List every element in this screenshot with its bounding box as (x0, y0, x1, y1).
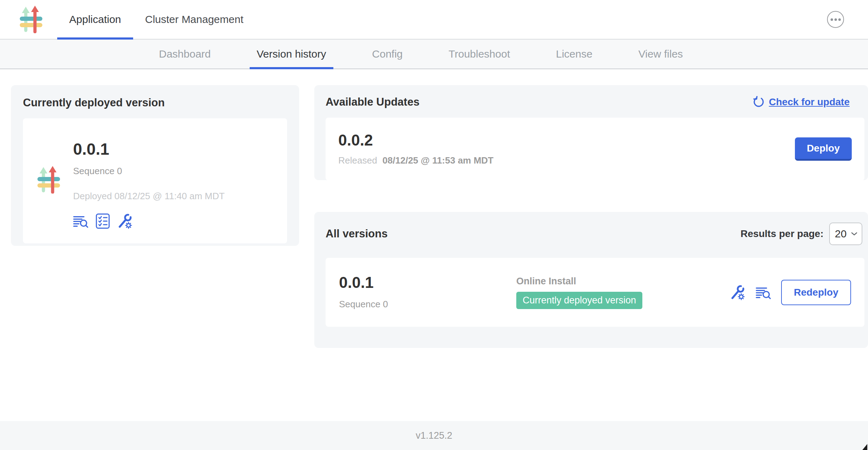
console-version: v1.125.2 (416, 430, 452, 441)
more-options-button[interactable] (827, 11, 844, 28)
tab-application-label: Application (69, 13, 121, 25)
app-logo-icon (37, 166, 60, 194)
tab-cluster-management-label: Cluster Management (145, 13, 243, 25)
update-info: 0.0.2 Released 08/12/25 @ 11:53 am MDT (338, 132, 494, 166)
all-versions-title: All versions (326, 227, 388, 240)
preflight-checks-icon[interactable] (96, 213, 110, 229)
update-released-line: Released 08/12/25 @ 11:53 am MDT (338, 155, 494, 166)
deployed-version-number: 0.0.1 (73, 141, 225, 157)
deployed-sequence: Sequence 0 (73, 166, 225, 177)
version-row: 0.0.1 Sequence 0 Online Install Currentl… (326, 258, 864, 327)
app-window: Application Cluster Management Dashboard… (0, 0, 868, 450)
available-updates-header: Available Updates Check for update (326, 96, 868, 108)
released-prefix: Released (338, 155, 377, 166)
deployed-version-info: 0.0.1 Sequence 0 Deployed 08/12/25 @ 11:… (73, 141, 225, 229)
version-row-status: Online Install Currently deployed versio… (516, 276, 642, 309)
deploy-button[interactable]: Deploy (795, 137, 852, 161)
check-for-update-label: Check for update (769, 96, 850, 108)
all-versions-panel: All versions Results per page: 20 0.0.1 … (314, 212, 868, 348)
app-logo-icon (19, 6, 43, 33)
currently-deployed-badge: Currently deployed version (516, 292, 642, 309)
available-updates-title: Available Updates (326, 96, 420, 108)
update-version-number: 0.0.2 (338, 132, 494, 148)
results-per-page-select[interactable]: 20 (829, 223, 862, 245)
chevron-down-icon (851, 232, 857, 236)
edit-config-icon[interactable] (117, 213, 133, 229)
results-per-page: Results per page: 20 (741, 223, 862, 245)
section-tabs: Dashboard Version history Config Trouble… (0, 40, 868, 69)
refresh-icon (753, 96, 765, 108)
top-bar: Application Cluster Management (0, 0, 868, 40)
ellipsis-icon (831, 18, 833, 21)
tab-view-files[interactable]: View files (631, 40, 690, 69)
all-versions-header: All versions Results per page: 20 (326, 223, 868, 245)
edit-config-icon[interactable] (730, 284, 746, 301)
released-timestamp: 08/12/25 @ 11:53 am MDT (382, 155, 493, 166)
app-level-tabs: Application Cluster Management (57, 0, 255, 39)
tab-cluster-management[interactable]: Cluster Management (133, 0, 255, 39)
deploy-logs-icon[interactable] (73, 214, 89, 229)
tab-troubleshoot[interactable]: Troubleshoot (441, 40, 517, 69)
check-for-update-link[interactable]: Check for update (753, 96, 850, 108)
version-row-info: 0.0.1 Sequence 0 (339, 275, 516, 310)
version-row-sequence: Sequence 0 (339, 299, 516, 310)
tab-license[interactable]: License (549, 40, 599, 69)
mouse-cursor (862, 444, 867, 450)
footer: v1.125.2 (0, 421, 868, 450)
deployed-version-card: 0.0.1 Sequence 0 Deployed 08/12/25 @ 11:… (23, 118, 287, 243)
version-row-actions: Redeploy (730, 280, 851, 305)
currently-deployed-title: Currently deployed version (23, 96, 287, 109)
tab-version-history[interactable]: Version history (250, 40, 333, 69)
tab-dashboard[interactable]: Dashboard (152, 40, 218, 69)
tab-config[interactable]: Config (365, 40, 410, 69)
deploy-logs-icon[interactable] (756, 285, 771, 300)
tab-application[interactable]: Application (57, 0, 133, 39)
deployed-timestamp: Deployed 08/12/25 @ 11:40 am MDT (73, 191, 225, 202)
install-type-label: Online Install (516, 276, 576, 287)
redeploy-button[interactable]: Redeploy (781, 280, 851, 305)
update-row: 0.0.2 Released 08/12/25 @ 11:53 am MDT D… (326, 118, 864, 180)
available-updates-panel: Available Updates Check for update 0.0.2… (314, 85, 868, 180)
currently-deployed-panel: Currently deployed version 0.0.1 Sequenc… (11, 85, 299, 246)
version-row-number: 0.0.1 (339, 275, 516, 290)
results-per-page-value: 20 (835, 228, 846, 240)
deployed-action-icons (73, 213, 225, 229)
results-per-page-label: Results per page: (741, 228, 824, 239)
